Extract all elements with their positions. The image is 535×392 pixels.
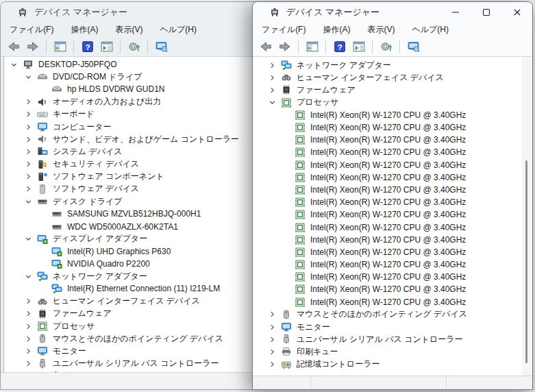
tree-item[interactable]: キーボード: [4, 108, 287, 121]
chevron-right-icon[interactable]: [268, 335, 277, 344]
tree-item[interactable]: Intel(R) Xeon(R) W-1270 CPU @ 3.40GHz: [253, 258, 532, 271]
tree-item[interactable]: ユニバーサル シリアル バス コントローラー: [4, 358, 287, 370]
tree-item[interactable]: ネットワーク アダプター: [253, 59, 532, 71]
tree-item[interactable]: 記憶域コントローラー: [253, 358, 532, 371]
tree-item[interactable]: Intel(R) Xeon(R) W-1270 CPU @ 3.40GHz: [253, 109, 532, 121]
chevron-right-icon[interactable]: [24, 110, 33, 119]
chevron-right-icon[interactable]: [268, 61, 277, 70]
chevron-right-icon[interactable]: [24, 359, 33, 368]
scan-hardware-changes-button[interactable]: [125, 38, 142, 55]
tree-item[interactable]: マウスとそのほかのポインティング デバイス: [4, 332, 287, 345]
tree-item[interactable]: モニター: [4, 345, 287, 357]
tree-item[interactable]: Intel(R) Xeon(R) W-1270 CPU @ 3.40GHz: [253, 159, 532, 171]
tree-item[interactable]: WDC WD5000AZLX-60K2TA1: [4, 220, 287, 232]
scrollbar-thumb[interactable]: [525, 160, 527, 363]
chevron-right-icon[interactable]: [268, 347, 277, 356]
menu-view[interactable]: 表示(V): [109, 23, 149, 37]
tree-item[interactable]: コンピューター: [4, 121, 287, 133]
tree-item[interactable]: プロセッサ: [253, 97, 532, 109]
menu-view[interactable]: 表示(V): [361, 23, 401, 37]
chevron-right-icon[interactable]: [24, 347, 33, 356]
tree-item[interactable]: 印刷キュー: [4, 370, 287, 372]
chevron-right-icon[interactable]: [268, 323, 277, 332]
chevron-right-icon[interactable]: [24, 309, 33, 318]
tree-item[interactable]: サウンド、ビデオ、およびゲーム コントローラー: [4, 133, 287, 145]
tree-item[interactable]: セキュリティ デバイス: [4, 158, 287, 171]
tree-item[interactable]: マウスとそのほかのポインティング デバイス: [253, 308, 532, 321]
menu-file[interactable]: ファイル(F): [256, 23, 312, 37]
menu-help[interactable]: ヘルプ(H): [406, 23, 455, 37]
tree-item[interactable]: DVD/CD-ROM ドライブ: [4, 71, 287, 83]
chevron-right-icon[interactable]: [24, 322, 33, 331]
tree-item[interactable]: ネットワーク アダプター: [4, 270, 287, 282]
menu-action[interactable]: 操作(A): [316, 23, 356, 37]
menu-action[interactable]: 操作(A): [64, 23, 104, 37]
tree-item[interactable]: Intel(R) Xeon(R) W-1270 CPU @ 3.40GHz: [253, 171, 532, 184]
tree-item[interactable]: hp HLDS DVDRW GUD1N: [4, 83, 287, 95]
tree-item[interactable]: ヒューマン インターフェイス デバイス: [4, 295, 287, 308]
tree-item[interactable]: ヒューマン インターフェイス デバイス: [253, 71, 532, 84]
chevron-right-icon[interactable]: [24, 334, 33, 343]
tree-item[interactable]: Intel(R) Xeon(R) W-1270 CPU @ 3.40GHz: [253, 146, 532, 158]
tree-item[interactable]: ディスプレイ アダプター: [4, 233, 287, 245]
chevron-down-icon[interactable]: [24, 234, 33, 243]
menu-file[interactable]: ファイル(F): [3, 23, 60, 37]
tree-item[interactable]: SAMSUNG MZVLB512HBJQ-000H1: [4, 208, 287, 220]
tree-item[interactable]: Intel(R) Ethernet Connection (11) I219-L…: [4, 282, 287, 295]
scan-hardware-changes-button[interactable]: [377, 38, 395, 55]
search-computer-button[interactable]: [405, 38, 422, 55]
tree-item[interactable]: ユニバーサル シリアル バス コントローラー: [253, 333, 532, 345]
back-button[interactable]: [257, 38, 274, 55]
chevron-right-icon[interactable]: [268, 360, 277, 369]
tree-item[interactable]: ファームウェア: [253, 84, 532, 96]
chevron-right-icon[interactable]: [268, 73, 277, 82]
show-console-tree-button[interactable]: [303, 38, 321, 55]
chevron-right-icon[interactable]: [268, 86, 277, 95]
chevron-right-icon[interactable]: [24, 135, 33, 144]
tree-item[interactable]: Intel(R) Xeon(R) W-1270 CPU @ 3.40GHz: [253, 283, 532, 295]
maximize-button[interactable]: [471, 2, 501, 23]
forward-button[interactable]: [276, 38, 293, 55]
tree-item[interactable]: Intel(R) UHD Graphics P630: [4, 245, 287, 258]
minimize-button[interactable]: [440, 2, 471, 23]
chevron-down-icon[interactable]: [10, 60, 18, 69]
help-button[interactable]: ?: [79, 38, 96, 55]
show-console-tree-button[interactable]: [51, 38, 69, 55]
tree-item[interactable]: ソフトウェア デバイス: [4, 183, 287, 195]
tree-item[interactable]: DESKTOP-J50PFQO: [4, 58, 287, 71]
tree-item[interactable]: Intel(R) Xeon(R) W-1270 CPU @ 3.40GHz: [253, 234, 532, 246]
close-button[interactable]: [501, 2, 532, 23]
chevron-right-icon[interactable]: [268, 310, 277, 319]
tree-item[interactable]: プロセッサ: [4, 320, 287, 332]
search-computer-button[interactable]: [153, 38, 170, 55]
help-button[interactable]: ?: [331, 38, 348, 55]
chevron-right-icon[interactable]: [24, 147, 33, 156]
title-bar[interactable]: デバイス マネージャー: [253, 2, 532, 23]
properties-button[interactable]: [350, 38, 367, 55]
tree-item[interactable]: Intel(R) Xeon(R) W-1270 CPU @ 3.40GHz: [253, 134, 532, 146]
chevron-right-icon[interactable]: [24, 184, 33, 193]
tree-item[interactable]: ソフトウェア コンポーネント: [4, 171, 287, 183]
chevron-right-icon[interactable]: [24, 172, 33, 181]
tree-item[interactable]: NVIDIA Quadro P2200: [4, 258, 287, 270]
tree-item[interactable]: Intel(R) Xeon(R) W-1270 CPU @ 3.40GHz: [253, 121, 532, 134]
chevron-right-icon[interactable]: [24, 97, 33, 106]
tree-item[interactable]: Intel(R) Xeon(R) W-1270 CPU @ 3.40GHz: [253, 221, 532, 233]
chevron-down-icon[interactable]: [24, 73, 33, 82]
chevron-right-icon[interactable]: [24, 297, 33, 306]
chevron-down-icon[interactable]: [24, 197, 33, 206]
tree-item[interactable]: Intel(R) Xeon(R) W-1270 CPU @ 3.40GHz: [253, 196, 532, 208]
forward-button[interactable]: [24, 38, 41, 55]
tree-item[interactable]: システム デバイス: [4, 145, 287, 158]
tree-item[interactable]: Intel(R) Xeon(R) W-1270 CPU @ 3.40GHz: [253, 208, 532, 221]
chevron-down-icon[interactable]: [268, 98, 277, 107]
properties-button[interactable]: [98, 38, 115, 55]
tree-item[interactable]: ファームウェア: [4, 308, 287, 320]
title-bar[interactable]: デバイス マネージャー: [1, 2, 287, 23]
tree-item[interactable]: Intel(R) Xeon(R) W-1270 CPU @ 3.40GHz: [253, 246, 532, 258]
tree-item[interactable]: Intel(R) Xeon(R) W-1270 CPU @ 3.40GHz: [253, 184, 532, 196]
tree-item[interactable]: 印刷キュー: [253, 345, 532, 358]
vertical-scrollbar[interactable]: [522, 57, 531, 376]
tree-item[interactable]: Intel(R) Xeon(R) W-1270 CPU @ 3.40GHz: [253, 296, 532, 308]
chevron-right-icon[interactable]: [24, 160, 33, 169]
